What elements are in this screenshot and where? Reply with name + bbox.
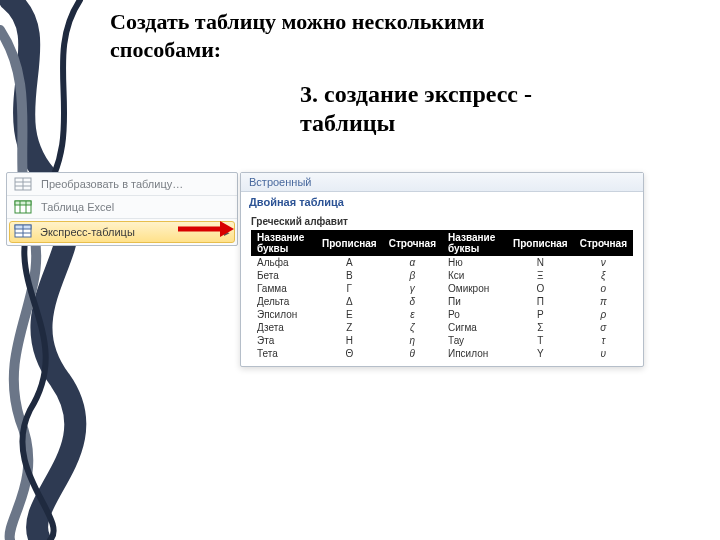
table-header-cell: Прописная bbox=[316, 230, 383, 256]
subheading-line-1: 3. создание экспресс - bbox=[300, 81, 532, 107]
decorative-swirl bbox=[0, 0, 110, 540]
word-table-menu: Преобразовать в таблицу… Таблица Excel Э… bbox=[6, 172, 238, 246]
table-cell: τ bbox=[574, 334, 633, 347]
table-header-cell: Прописная bbox=[507, 230, 574, 256]
greek-alphabet-table: Название буквы Прописная Строчная Назван… bbox=[251, 230, 633, 360]
svg-rect-5 bbox=[15, 201, 31, 205]
table-cell: γ bbox=[383, 282, 442, 295]
subheading-line-2: таблицы bbox=[300, 110, 395, 136]
convert-table-icon bbox=[13, 176, 33, 192]
express-table-icon bbox=[14, 224, 32, 240]
table-row: ТетаΘθИпсилонYυ bbox=[251, 347, 633, 360]
table-row: БетаBβКсиΞξ bbox=[251, 269, 633, 282]
table-cell: P bbox=[507, 308, 574, 321]
table-row: ЭпсилонEεРоPρ bbox=[251, 308, 633, 321]
table-header-cell: Название буквы bbox=[251, 230, 316, 256]
table-cell: Омикрон bbox=[442, 282, 507, 295]
table-cell: N bbox=[507, 256, 574, 269]
table-cell: Тета bbox=[251, 347, 316, 360]
menu-item-excel-table[interactable]: Таблица Excel bbox=[7, 196, 237, 218]
table-cell: Гамма bbox=[251, 282, 316, 295]
submenu-arrow-icon: ▸ bbox=[224, 226, 230, 239]
table-cell: Y bbox=[507, 347, 574, 360]
menu-item-convert-to-table[interactable]: Преобразовать в таблицу… bbox=[7, 173, 237, 195]
table-row: ДельтаΔδПиΠπ bbox=[251, 295, 633, 308]
table-cell: o bbox=[574, 282, 633, 295]
table-cell: Альфа bbox=[251, 256, 316, 269]
table-cell: O bbox=[507, 282, 574, 295]
table-cell: Пи bbox=[442, 295, 507, 308]
table-cell: E bbox=[316, 308, 383, 321]
table-cell: Эпсилон bbox=[251, 308, 316, 321]
table-cell: Ξ bbox=[507, 269, 574, 282]
table-cell: Дельта bbox=[251, 295, 316, 308]
table-cell: η bbox=[383, 334, 442, 347]
table-row: АльфаAαНюNν bbox=[251, 256, 633, 269]
slide-heading: Создать таблицу можно несколькими способ… bbox=[110, 8, 580, 63]
table-cell: H bbox=[316, 334, 383, 347]
table-cell: β bbox=[383, 269, 442, 282]
table-cell: A bbox=[316, 256, 383, 269]
table-cell: ν bbox=[574, 256, 633, 269]
table-cell: Γ bbox=[316, 282, 383, 295]
table-cell: υ bbox=[574, 347, 633, 360]
table-header-row: Название буквы Прописная Строчная Назван… bbox=[251, 230, 633, 256]
table-cell: Ро bbox=[442, 308, 507, 321]
table-cell: Σ bbox=[507, 321, 574, 334]
table-cell: Дзета bbox=[251, 321, 316, 334]
table-cell: θ bbox=[383, 347, 442, 360]
table-cell: α bbox=[383, 256, 442, 269]
table-cell: δ bbox=[383, 295, 442, 308]
table-cell: σ bbox=[574, 321, 633, 334]
table-cell: B bbox=[316, 269, 383, 282]
table-cell: Кси bbox=[442, 269, 507, 282]
table-cell: T bbox=[507, 334, 574, 347]
table-cell: Ню bbox=[442, 256, 507, 269]
gallery-section-header: Встроенный bbox=[241, 173, 643, 192]
menu-item-label: Преобразовать в таблицу… bbox=[41, 178, 183, 190]
table-cell: Бета bbox=[251, 269, 316, 282]
menu-item-label: Экспресс-таблицы bbox=[40, 226, 135, 238]
table-cell: ρ bbox=[574, 308, 633, 321]
table-cell: Тау bbox=[442, 334, 507, 347]
menu-separator bbox=[7, 218, 237, 219]
table-cell: Z bbox=[316, 321, 383, 334]
table-cell: Π bbox=[507, 295, 574, 308]
table-row: ГаммаΓγОмикронOo bbox=[251, 282, 633, 295]
table-cell: ζ bbox=[383, 321, 442, 334]
table-body: АльфаAαНюNνБетаBβКсиΞξГаммаΓγОмикронOoДе… bbox=[251, 256, 633, 360]
express-tables-gallery: Встроенный Двойная таблица Греческий алф… bbox=[240, 172, 644, 367]
excel-table-icon bbox=[13, 199, 33, 215]
slide-subheading: 3. создание экспресс - таблицы bbox=[300, 80, 630, 138]
menu-item-label: Таблица Excel bbox=[41, 201, 114, 213]
table-cell: Ипсилон bbox=[442, 347, 507, 360]
gallery-item-title[interactable]: Двойная таблица bbox=[241, 192, 643, 212]
table-cell: Δ bbox=[316, 295, 383, 308]
sample-table-title: Греческий алфавит bbox=[251, 216, 633, 227]
table-header-cell: Строчная bbox=[574, 230, 633, 256]
menu-item-express-tables[interactable]: Экспресс-таблицы ▸ bbox=[9, 221, 235, 243]
table-cell: Сигма bbox=[442, 321, 507, 334]
table-cell: Эта bbox=[251, 334, 316, 347]
table-cell: ξ bbox=[574, 269, 633, 282]
table-cell: π bbox=[574, 295, 633, 308]
table-header-cell: Название буквы bbox=[442, 230, 507, 256]
table-row: ЭтаHηТауTτ bbox=[251, 334, 633, 347]
gallery-item-preview[interactable]: Греческий алфавит Название буквы Прописн… bbox=[241, 212, 643, 366]
table-row: ДзетаZζСигмаΣσ bbox=[251, 321, 633, 334]
table-cell: Θ bbox=[316, 347, 383, 360]
table-cell: ε bbox=[383, 308, 442, 321]
table-header-cell: Строчная bbox=[383, 230, 442, 256]
